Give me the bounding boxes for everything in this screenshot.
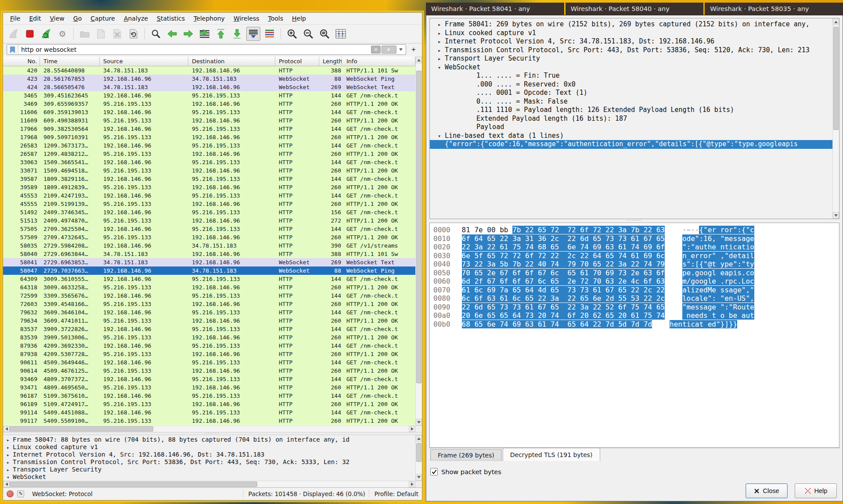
packet-row[interactable]: 79632 3609.3646104… 192.168.146.96 95.21…: [3, 308, 415, 317]
packet-row[interactable]: 58047 2729.7037663… 192.168.146.96 34.78…: [3, 266, 415, 275]
scroll-left-button[interactable]: [3, 426, 10, 432]
reload-file-button[interactable]: [126, 27, 140, 41]
scroll-thumb[interactable]: [10, 426, 153, 432]
hex-row[interactable]: 00806c 6f 63 61 6c 65 22 3a 22 65 6e 2d …: [433, 294, 839, 303]
column-header[interactable]: Source: [100, 57, 188, 66]
column-header[interactable]: Protocol: [275, 57, 319, 66]
hex-row[interactable]: 00606d 2f 67 6f 6f 67 6c 65 2e 72 70 63 …: [433, 277, 839, 286]
show-packet-bytes-checkbox[interactable]: [430, 468, 438, 475]
hex-row[interactable]: 005070 65 2e 67 6f 6f 67 6c 65 61 70 69 …: [433, 269, 839, 277]
menu-item[interactable]: Tools: [264, 13, 288, 24]
scroll-up-button[interactable]: [416, 435, 422, 442]
close-button[interactable]: Close: [746, 483, 788, 498]
scroll-thumb[interactable]: [416, 443, 422, 462]
packet-row[interactable]: 57505 2709.3625504… 192.168.146.96 95.21…: [3, 225, 415, 233]
filter-input[interactable]: [18, 46, 371, 53]
dialog-pane-splitter[interactable]: ······: [429, 219, 839, 223]
packet-row[interactable]: 424 28.566505476 34.78.151.183 192.168.1…: [3, 83, 415, 91]
expand-arrow-icon[interactable]: ▸: [438, 47, 445, 55]
scroll-thumb[interactable]: [833, 27, 839, 130]
dialog-title-bar[interactable]: Wireshark · Packet 58041 · any: [426, 3, 564, 15]
menu-item[interactable]: View: [46, 13, 69, 24]
filter-bookmark-button[interactable]: [7, 45, 18, 54]
zoom-reset-button[interactable]: [317, 27, 331, 41]
open-file-button[interactable]: [78, 27, 92, 41]
first-packet-button[interactable]: [214, 27, 228, 41]
packet-row[interactable]: 93469 4809.3707372… 192.168.146.96 95.21…: [3, 375, 415, 383]
capture-options-button[interactable]: ⚙: [55, 27, 69, 41]
expand-arrow-icon[interactable]: ▾: [438, 132, 445, 140]
packet-row[interactable]: 17968 909.509710391 95.216.195.133 192.1…: [3, 133, 415, 141]
packet-row[interactable]: 87936 4209.3692330… 192.168.146.96 95.21…: [3, 342, 415, 350]
hex-row[interactable]: 004073 22 3a 5b 7b 22 40 74 79 70 65 22 …: [433, 260, 839, 269]
scroll-down-button[interactable]: [416, 419, 422, 425]
packet-row[interactable]: 72599 3309.3565676… 192.168.146.96 95.21…: [3, 292, 415, 300]
close-file-button[interactable]: [110, 27, 124, 41]
expert-info-icon[interactable]: [7, 490, 14, 497]
packet-row[interactable]: 26583 1209.3673173… 192.168.146.96 95.21…: [3, 141, 415, 150]
packet-row[interactable]: 51513 2409.4974870… 95.216.195.133 192.1…: [3, 216, 415, 225]
scroll-thumb[interactable]: [10, 482, 257, 487]
expand-arrow-icon[interactable]: ▸: [7, 436, 13, 443]
packet-list-hscrollbar[interactable]: [3, 425, 422, 432]
packet-row[interactable]: 64309 3009.3610555… 192.168.146.96 95.21…: [3, 275, 415, 283]
pane-splitter[interactable]: ······: [3, 432, 422, 435]
packet-row[interactable]: 99114 5409.4451088… 192.168.146.96 95.21…: [3, 408, 415, 417]
byte-view-tab[interactable]: Decrypted TLS (191 bytes): [503, 448, 600, 461]
packet-row[interactable]: 83537 3909.3722826… 192.168.146.96 95.21…: [3, 325, 415, 333]
tree-row[interactable]: .000 .... = Reserved: 0x0: [430, 80, 839, 89]
hex-row[interactable]: 00106f 64 65 22 3a 31 36 2c 22 6d 65 73 …: [433, 234, 839, 243]
column-header[interactable]: Info: [342, 57, 415, 66]
last-packet-button[interactable]: [230, 27, 244, 41]
menu-item[interactable]: File: [6, 13, 25, 24]
packet-row[interactable]: 64318 3009.4633258… 95.216.195.133 192.1…: [3, 283, 415, 292]
filter-apply-button[interactable]: [382, 46, 396, 54]
tree-row[interactable]: ▾WebSocket: [3, 473, 415, 481]
previous-packet-button[interactable]: [165, 27, 179, 41]
column-header[interactable]: No.: [3, 57, 40, 66]
expand-arrow-icon[interactable]: ▸: [438, 38, 445, 46]
packet-row[interactable]: 57509 2709.4732645… 95.216.195.133 192.1…: [3, 233, 415, 241]
filter-dropdown-button[interactable]: [397, 46, 404, 54]
detail-tree-vscrollbar[interactable]: [415, 435, 422, 481]
zoom-out-button[interactable]: [301, 27, 315, 41]
column-header[interactable]: Length: [319, 57, 342, 66]
tree-row[interactable]: ▸Linux cooked capture v1: [3, 443, 415, 451]
dialog-tree-vscrollbar[interactable]: [832, 18, 839, 219]
tree-row[interactable]: ▸Transmission Control Protocol, Src Port…: [430, 46, 839, 55]
status-profile[interactable]: Profile: Default: [369, 490, 418, 497]
packet-row[interactable]: 83539 3909.5013006… 95.216.195.133 192.1…: [3, 333, 415, 342]
scroll-up-button[interactable]: [416, 57, 422, 63]
packet-row[interactable]: 93471 4809.4695650… 95.216.195.133 192.1…: [3, 383, 415, 392]
packet-row[interactable]: 39587 1809.3829116… 192.168.146.96 95.21…: [3, 175, 415, 183]
byte-view-tab[interactable]: Frame (269 bytes): [430, 449, 502, 461]
expand-arrow-icon[interactable]: ▸: [438, 29, 445, 38]
expand-arrow-icon[interactable]: ▸: [7, 466, 13, 473]
tree-row[interactable]: ▸Internet Protocol Version 4, Src: 192.1…: [3, 451, 415, 458]
hex-row[interactable]: 00a020 6e 65 65 64 73 20 74 6f 20 62 65 …: [433, 311, 839, 320]
hex-dump-pane[interactable]: 000081 7e 00 bb 7b 22 65 72 72 6f 72 22 …: [429, 223, 839, 448]
expand-arrow-icon[interactable]: ▸: [438, 21, 445, 29]
packet-row[interactable]: 3465 309.451623645 192.168.146.96 95.216…: [3, 91, 415, 100]
tree-row[interactable]: ▸Transmission Control Protocol, Src Port…: [3, 458, 415, 466]
stop-capture-button[interactable]: [23, 27, 37, 41]
zoom-in-button[interactable]: [285, 27, 299, 41]
packet-row[interactable]: 90614 4509.4676125… 95.216.195.133 192.1…: [3, 367, 415, 375]
scroll-left-button[interactable]: [3, 481, 10, 487]
packet-row[interactable]: 33063 1509.3665541… 192.168.146.96 95.21…: [3, 158, 415, 166]
capture-comment-icon[interactable]: ✎: [17, 490, 24, 497]
hex-row[interactable]: 000081 7e 00 bb 7b 22 65 72 72 6f 72 22 …: [433, 226, 839, 234]
packet-row[interactable]: 79634 3609.4741011… 95.216.195.133 192.1…: [3, 317, 415, 325]
tree-row[interactable]: .... 0001 = Opcode: Text (1): [430, 89, 839, 97]
tree-row[interactable]: ▸Frame 58041: 269 bytes on wire (2152 bi…: [430, 20, 839, 29]
tree-row[interactable]: Extended Payload length (16 bits): 187: [430, 115, 839, 123]
menu-item[interactable]: Statistics: [152, 13, 189, 24]
tree-row[interactable]: {"error":{"code":16,"message":"authentic…: [430, 140, 839, 149]
scroll-down-button[interactable]: [416, 474, 422, 481]
expand-arrow-icon[interactable]: ▾: [7, 474, 13, 481]
packet-row[interactable]: 96189 5109.4724917… 95.216.195.133 192.1…: [3, 400, 415, 408]
tree-row[interactable]: ▾WebSocket: [430, 63, 839, 72]
save-file-button[interactable]: [94, 27, 108, 41]
hex-row[interactable]: 007061 6c 69 7a 65 64 4d 65 73 73 61 67 …: [433, 286, 839, 295]
colorize-button[interactable]: [263, 27, 277, 41]
